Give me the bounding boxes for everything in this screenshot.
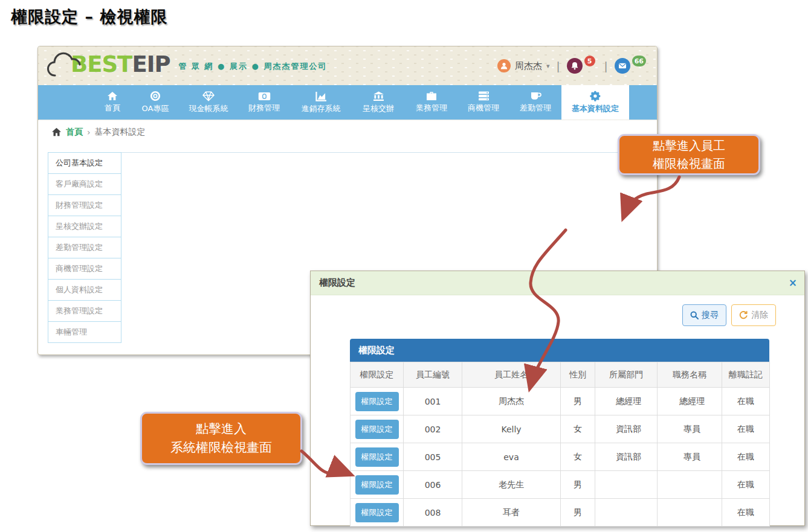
bank-icon [373,91,384,101]
modal-titlebar: 權限設定 × [311,271,804,295]
cell-department [595,499,658,527]
area-chart-icon [315,91,327,101]
table-row: 權限設定 006 老先生 男 在職 [351,471,770,499]
nav-item-basic-settings[interactable]: 基本資料設定 [561,85,629,120]
sidebar-item-approval[interactable]: 呈核交辦設定 [48,216,121,237]
sidebar-item-finance[interactable]: 財務管理設定 [48,194,121,216]
permission-table: 權限設定 權限設定 員工編號 員工姓名 性別 所屬部門 職務名稱 離職註記 [350,339,769,527]
cell-employee-id: 005 [404,443,462,471]
cell-employee-id: 001 [404,388,462,415]
person-icon [500,62,508,70]
cell-job-title: 專員 [658,443,722,471]
nav-item-business[interactable]: 業務管理 [406,85,457,120]
cell-gender: 男 [561,471,595,499]
search-button[interactable]: 搜尋 [682,304,726,326]
cell-employee-name: 周杰杰 [462,388,561,415]
column-header-resign-flag: 離職註記 [722,362,770,388]
header-separator: | [557,60,560,72]
sidebar-item-personal[interactable]: 個人資料設定 [48,279,121,301]
sidebar-item-business[interactable]: 業務管理設定 [48,300,121,322]
nav-item-approval[interactable]: 呈核交辦 [351,85,406,120]
search-icon [690,311,699,319]
breadcrumb: 首頁 › 基本資料設定 [38,120,657,144]
row-permission-button[interactable]: 權限設定 [355,420,399,439]
life-ring-icon [150,91,161,101]
notification-count-badge: 5 [584,56,595,66]
nav-item-home[interactable]: 首頁 [94,85,131,120]
content-divider [121,152,652,153]
breadcrumb-current: 基本資料設定 [95,127,146,138]
cell-gender: 男 [561,388,595,415]
nav-item-opportunity[interactable]: 商機管理 [457,85,509,120]
cell-department: 總經理 [595,388,658,415]
cell-status: 在職 [722,443,770,471]
screenshot-stage: 權限設定 – 檢視權限 BESTEIP 管 眾 網 ● 展示 ● 周杰杰管理公司… [0,0,808,532]
nav-item-attendance[interactable]: 差勤管理 [509,85,561,120]
column-header-employee-name: 員工姓名 [462,362,561,388]
permission-settings-modal: 權限設定 × 搜尋 清除 權限設定 權限設定 員工編號 員工姓名 [310,271,805,526]
row-permission-button[interactable]: 權限設定 [355,475,399,495]
row-permission-button[interactable]: 權限設定 [355,503,399,522]
table-row: 權限設定 001 周杰杰 男 總經理 總經理 在職 [351,388,770,415]
breadcrumb-home-link[interactable]: 首頁 [66,127,83,138]
cloud-icon [47,50,86,78]
cell-gender: 女 [561,443,595,471]
user-name[interactable]: 周杰杰 [515,60,542,72]
notifications-button[interactable] [567,58,583,74]
sidebar-item-customer-vendor[interactable]: 客戶廠商設定 [48,173,121,195]
sidebar-item-attendance[interactable]: 差勤管理設定 [48,237,121,258]
breadcrumb-separator: › [87,127,91,137]
sidebar-item-company-basic[interactable]: 公司基本設定 [48,152,121,174]
sidebar-item-vehicle[interactable]: 車輛管理 [48,321,121,343]
chevron-down-icon[interactable]: ▾ [546,62,550,70]
cell-department: 資訊部 [595,443,658,471]
column-header-employee-id: 員工編號 [404,362,462,388]
table-row: 權限設定 005 eva 女 資訊部 專員 在職 [351,443,770,471]
bell-icon [570,62,579,70]
nav-item-inventory[interactable]: 進銷存系統 [291,85,351,120]
column-header-department: 所屬部門 [595,362,658,388]
cell-job-title [658,499,722,527]
briefcase-icon [426,91,437,101]
close-icon[interactable]: × [789,278,797,288]
modal-actions: 搜尋 清除 [682,304,776,326]
cell-status: 在職 [722,415,770,443]
cell-status: 在職 [722,388,770,415]
nav-item-cash[interactable]: 現金帳系統 [179,85,238,120]
cell-job-title: 總經理 [658,388,722,415]
app-logo[interactable]: BESTEIP 管 眾 網 ● 展示 ● 周杰杰管理公司 [47,48,327,75]
home-icon [107,91,118,101]
cell-employee-name: Kelly [462,415,561,443]
cell-gender: 男 [561,499,595,527]
gear-icon [590,91,601,101]
cell-employee-id: 006 [404,471,462,499]
row-permission-button[interactable]: 權限設定 [355,447,399,467]
cell-employee-id: 002 [404,415,462,443]
user-avatar[interactable] [497,59,511,72]
page-title: 權限設定 – 檢視權限 [11,6,167,28]
cell-department: 資訊部 [595,415,658,443]
settings-sidebar: 公司基本設定 客戶廠商設定 財務管理設定 呈核交辦設定 差勤管理設定 商機管理設… [48,153,121,343]
column-header-action: 權限設定 [351,362,404,388]
nav-item-oa[interactable]: OA專區 [131,85,179,120]
table-caption: 權限設定 [350,339,769,362]
home-icon [51,127,62,136]
table-row: 權限設定 002 Kelly 女 資訊部 專員 在職 [351,415,770,443]
clear-button[interactable]: 清除 [731,304,776,326]
mail-icon [618,62,627,70]
cell-employee-id: 008 [404,499,462,527]
column-header-job-title: 職務名稱 [658,362,722,388]
sidebar-item-opportunity[interactable]: 商機管理設定 [48,258,121,280]
gem-icon [202,91,215,101]
table-header-row: 權限設定 員工編號 員工姓名 性別 所屬部門 職務名稱 離職註記 [351,362,770,388]
main-navbar: 首頁 OA專區 現金帳系統 財務管理 進銷存系統 呈核交辦 [38,85,657,120]
server-icon [478,91,490,101]
cell-gender: 女 [561,415,595,443]
cell-employee-name: 老先生 [462,471,561,499]
messages-button[interactable] [615,58,630,74]
row-permission-button[interactable]: 權限設定 [355,392,399,411]
cup-icon [530,91,541,101]
cell-status: 在職 [722,499,770,527]
nav-item-finance[interactable]: 財務管理 [238,85,291,120]
cell-department [595,471,658,499]
